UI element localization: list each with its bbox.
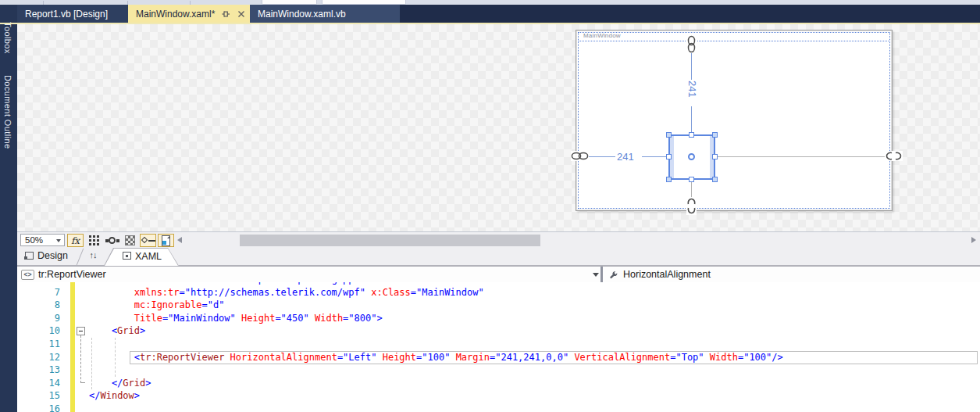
resize-handle-e[interactable] bbox=[712, 154, 718, 159]
editor-line-8[interactable]: 8mc:Ignorable="d" bbox=[17, 299, 980, 312]
resize-handle-s[interactable] bbox=[689, 177, 694, 182]
scroll-left-arrow[interactable] bbox=[177, 237, 182, 243]
checkerboard-icon bbox=[125, 235, 135, 245]
margin-line-left-a bbox=[588, 156, 615, 157]
fx-icon: fx bbox=[71, 235, 80, 246]
code-text: </Window> bbox=[89, 389, 140, 403]
resize-handle-nw[interactable] bbox=[666, 132, 672, 138]
artboard-window[interactable]: MainWindow bbox=[576, 30, 893, 211]
editor-line-7[interactable]: 7xmlns:tr="http://schemas.telerik.com/wp… bbox=[17, 286, 980, 299]
chevron-down-icon bbox=[56, 239, 61, 242]
editor-line-9[interactable]: 9Title="MainWindow" Height="450" Width="… bbox=[17, 312, 980, 325]
code-text: </Grid> bbox=[89, 377, 151, 390]
line-number: 7 bbox=[17, 286, 60, 299]
tab-label: MainWindow.xaml* bbox=[136, 9, 215, 20]
document-code-icon bbox=[162, 235, 170, 246]
xaml-tab-label: XAML bbox=[135, 251, 162, 262]
xaml-view-icon bbox=[123, 252, 131, 260]
toggle-artboard-background-button[interactable] bbox=[122, 234, 138, 247]
tab-label: MainWindow.xaml.vb bbox=[258, 9, 346, 20]
sidebar-item-toolbox[interactable]: Toolbox bbox=[3, 22, 12, 54]
disable-project-code-button[interactable] bbox=[158, 234, 174, 247]
resize-handle-se[interactable] bbox=[712, 177, 718, 182]
line-number: 9 bbox=[17, 312, 60, 325]
resize-handle-n[interactable] bbox=[689, 132, 694, 138]
line-number: 10 bbox=[17, 324, 60, 338]
margin-line-top-b bbox=[691, 106, 692, 134]
document-outline-bar: <> tr:ReportViewer HorizontalAlignment bbox=[17, 266, 980, 282]
editor-line-16[interactable]: 16 bbox=[17, 403, 980, 412]
sidebar-item-document-outline[interactable]: Document Outline bbox=[3, 75, 12, 149]
view-switch-bar: Design ↑↓ XAML bbox=[17, 248, 980, 266]
close-icon[interactable] bbox=[237, 9, 246, 19]
editor-line-15[interactable]: 15</Window> bbox=[17, 389, 980, 403]
zoom-level-combobox[interactable]: 50% bbox=[20, 234, 65, 246]
margin-top-value: 241 bbox=[685, 80, 700, 99]
resize-handle-w[interactable] bbox=[666, 154, 672, 159]
fold-collapse-box[interactable] bbox=[77, 327, 85, 335]
editor-line-11[interactable]: 11 bbox=[17, 338, 980, 351]
line-number: 8 bbox=[17, 299, 60, 312]
snapline-icon bbox=[141, 235, 155, 245]
code-text: Title="MainWindow" Height="450" Width="8… bbox=[89, 312, 383, 325]
editor-line-12[interactable]: 12<tr:ReportViewer HorizontalAlignment="… bbox=[17, 351, 980, 364]
horizontal-scrollbar-thumb[interactable] bbox=[240, 235, 540, 246]
artboard-window-title: MainWindow bbox=[583, 32, 621, 39]
line-number: 16 bbox=[17, 403, 60, 412]
margin-line-right bbox=[716, 156, 886, 157]
root-grid-selection-outline bbox=[578, 32, 890, 209]
element-tag-icon: <> bbox=[21, 270, 34, 280]
xaml-code-editor[interactable]: 6xmlns:local="clr-namespace:ReportingApp… bbox=[17, 282, 980, 412]
editor-line-10[interactable]: 10<Grid> bbox=[17, 324, 980, 338]
tab-label: Report1.vb [Design] bbox=[25, 9, 108, 20]
line-number: 15 bbox=[17, 389, 60, 403]
breadcrumb-property[interactable]: HorizontalAlignment bbox=[623, 269, 711, 280]
margin-line-left-b bbox=[642, 156, 668, 157]
line-number: 11 bbox=[17, 338, 60, 351]
selected-reportviewer-control[interactable] bbox=[668, 134, 715, 180]
snap-to-grid-button[interactable] bbox=[104, 234, 120, 247]
snap-to-snaplines-button[interactable] bbox=[140, 234, 156, 247]
tab-design-view[interactable]: Design bbox=[17, 248, 84, 266]
grid-icon bbox=[89, 235, 91, 238]
pane-splitter[interactable] bbox=[600, 267, 603, 283]
scroll-right-arrow[interactable] bbox=[971, 237, 976, 243]
line-number: 13 bbox=[17, 364, 60, 377]
zoom-level-value: 50% bbox=[25, 235, 43, 245]
design-view-icon bbox=[25, 252, 34, 260]
tab-report1-design[interactable]: Report1.vb [Design] bbox=[17, 5, 128, 23]
margin-left-value: 241 bbox=[615, 150, 636, 163]
breadcrumb-dropdown-arrow[interactable] bbox=[593, 273, 599, 277]
swap-panes-button[interactable]: ↑↓ bbox=[86, 250, 100, 264]
anchor-bottom-broken-chain-icon[interactable] bbox=[686, 197, 697, 215]
line-number: 12 bbox=[17, 351, 60, 364]
code-text: mc:Ignorable="d" bbox=[89, 299, 224, 312]
xaml-designer-window: Toolbox Document Outline Report1.vb [Des… bbox=[0, 0, 980, 412]
tab-xaml-view[interactable]: XAML bbox=[105, 249, 178, 266]
resize-handle-ne[interactable] bbox=[712, 132, 718, 138]
snap-grid-icon bbox=[105, 235, 119, 245]
line-number: 14 bbox=[17, 377, 60, 390]
show-effects-button[interactable]: fx bbox=[67, 234, 84, 247]
breadcrumb-element[interactable]: tr:ReportViewer bbox=[38, 269, 106, 280]
document-tab-bar: Report1.vb [Design] MainWindow.xaml* Mai… bbox=[17, 5, 980, 23]
wrench-icon bbox=[608, 270, 618, 280]
editor-line-14[interactable]: 14</Grid> bbox=[17, 377, 980, 390]
tab-mainwindow-xaml-vb[interactable]: MainWindow.xaml.vb bbox=[250, 5, 400, 23]
code-text: <tr:ReportViewer HorizontalAlignment="Le… bbox=[89, 351, 783, 364]
anchor-left-closed-chain-icon[interactable] bbox=[571, 151, 589, 161]
design-surface[interactable]: MainWindow bbox=[17, 24, 980, 231]
control-center-glyph bbox=[688, 153, 695, 160]
anchor-right-broken-chain-icon[interactable] bbox=[885, 151, 903, 161]
designer-toolbar: 50% fx bbox=[17, 231, 980, 248]
margin-line-top-a bbox=[691, 53, 692, 80]
pin-icon[interactable] bbox=[221, 9, 230, 19]
anchor-top-closed-chain-icon[interactable] bbox=[686, 35, 697, 53]
window-title-band bbox=[578, 32, 890, 41]
resize-handle-sw[interactable] bbox=[666, 177, 672, 182]
editor-line-13[interactable]: 13 bbox=[17, 364, 980, 377]
design-tab-label: Design bbox=[37, 250, 68, 261]
tab-mainwindow-xaml[interactable]: MainWindow.xaml* bbox=[128, 5, 250, 23]
code-text: xmlns:tr="http://schemas.telerik.com/wpf… bbox=[89, 286, 484, 299]
show-grid-button[interactable] bbox=[86, 234, 102, 247]
